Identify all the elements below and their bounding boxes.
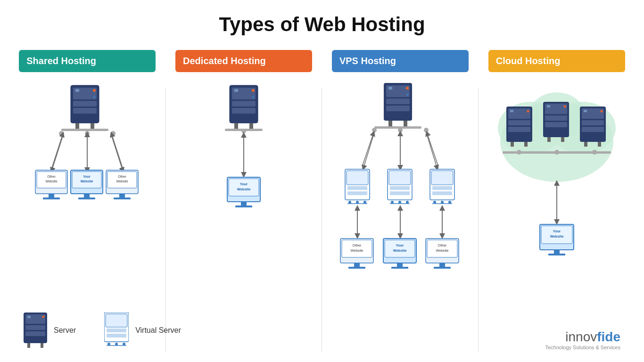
svg-point-152: [517, 150, 521, 155]
brand: innovfide Technology Solutions & Service…: [545, 329, 620, 350]
svg-text:Website: Website: [550, 234, 563, 239]
svg-rect-129: [508, 120, 530, 125]
svg-rect-30: [78, 197, 95, 199]
svg-rect-84: [389, 171, 411, 185]
svg-line-71: [426, 132, 437, 168]
vps-hosting-column: VPS Hosting: [332, 50, 469, 307]
server-label: Server: [54, 326, 76, 335]
vps-badge: VPS Hosting: [332, 50, 469, 72]
page-title: Types of Web Hosting: [0, 0, 644, 45]
cloud-badge: Cloud Hosting: [488, 50, 625, 72]
svg-rect-85: [390, 186, 410, 190]
svg-rect-131: [510, 110, 513, 112]
svg-point-5: [93, 89, 96, 92]
svg-rect-76: [347, 171, 368, 185]
svg-rect-173: [107, 329, 126, 332]
svg-rect-121: [439, 263, 445, 267]
svg-rect-44: [234, 123, 238, 129]
svg-rect-93: [432, 186, 452, 190]
svg-rect-147: [584, 110, 587, 112]
svg-rect-169: [27, 343, 30, 348]
svg-text:Website: Website: [436, 248, 448, 253]
svg-rect-92: [431, 171, 453, 185]
svg-rect-63: [388, 121, 392, 126]
svg-rect-149: [584, 142, 587, 147]
svg-rect-166: [25, 331, 45, 336]
svg-rect-60: [388, 87, 392, 90]
svg-point-47: [241, 129, 246, 133]
svg-point-80: [356, 201, 359, 204]
svg-rect-64: [404, 121, 407, 126]
svg-rect-134: [524, 142, 528, 147]
legend-server: Server: [24, 313, 76, 348]
svg-line-74: [427, 133, 438, 165]
svg-rect-77: [347, 186, 367, 190]
svg-point-89: [406, 201, 409, 204]
svg-rect-9: [61, 129, 108, 131]
svg-point-66: [372, 128, 377, 132]
svg-rect-40: [232, 108, 256, 114]
svg-rect-161: [554, 250, 560, 254]
svg-line-13: [52, 133, 64, 170]
svg-rect-59: [386, 106, 410, 111]
svg-rect-55: [235, 206, 252, 207]
svg-point-79: [348, 201, 351, 204]
svg-rect-45: [249, 123, 253, 129]
svg-text:Your: Your: [240, 182, 248, 186]
svg-point-67: [398, 128, 403, 132]
svg-rect-24: [43, 197, 60, 199]
svg-text:Your: Your: [553, 229, 561, 233]
svg-point-153: [554, 150, 559, 155]
svg-line-16: [52, 134, 63, 168]
brand-sub: Technology Solutions & Services: [545, 345, 620, 350]
svg-point-68: [424, 128, 429, 132]
shared-badge: Shared Hosting: [19, 50, 156, 72]
svg-rect-3: [73, 108, 97, 114]
svg-point-140: [563, 106, 566, 108]
svg-rect-116: [391, 267, 408, 269]
svg-point-132: [527, 110, 529, 113]
svg-line-69: [363, 132, 374, 168]
svg-text:Website: Website: [116, 180, 128, 183]
svg-rect-36: [114, 197, 131, 199]
svg-rect-139: [547, 105, 550, 107]
brand-name: innovfide: [545, 329, 620, 345]
svg-rect-146: [582, 127, 604, 132]
svg-rect-8: [91, 123, 94, 129]
svg-line-15: [111, 133, 123, 170]
svg-point-175: [107, 343, 110, 346]
svg-rect-35: [119, 194, 125, 197]
svg-text:Other: Other: [118, 175, 126, 178]
vserver-label: Virtual Server: [135, 326, 181, 335]
svg-point-96: [441, 201, 444, 204]
svg-text:Other: Other: [438, 243, 447, 247]
svg-point-154: [592, 150, 597, 155]
columns-wrapper: Shared Hosting: [0, 50, 644, 352]
cloud-diagram: Your Website: [488, 81, 625, 279]
svg-rect-94: [432, 191, 452, 195]
dedicated-hosting-column: Dedicated Hosting: [175, 50, 312, 260]
svg-rect-165: [25, 325, 45, 330]
dedicated-badge: Dedicated Hosting: [175, 50, 312, 72]
svg-rect-130: [508, 127, 530, 132]
svg-rect-150: [598, 142, 601, 147]
vps-diagram: Other Website Your Website: [332, 81, 469, 307]
svg-point-62: [406, 94, 408, 96]
svg-rect-145: [582, 120, 604, 125]
svg-rect-133: [511, 142, 514, 147]
shared-hosting-column: Shared Hosting: [19, 50, 156, 260]
svg-rect-54: [241, 202, 247, 206]
svg-rect-58: [386, 99, 410, 104]
svg-rect-138: [545, 122, 567, 127]
dedicated-diagram: Your Website: [175, 81, 312, 260]
svg-rect-162: [548, 254, 565, 255]
svg-rect-65: [374, 126, 421, 129]
svg-text:Website: Website: [350, 248, 363, 253]
svg-rect-39: [232, 101, 256, 107]
svg-point-148: [600, 110, 603, 113]
svg-rect-78: [347, 191, 367, 195]
svg-text:Website: Website: [237, 187, 251, 191]
svg-point-42: [252, 89, 255, 92]
svg-point-81: [363, 201, 366, 204]
svg-rect-110: [348, 267, 365, 269]
